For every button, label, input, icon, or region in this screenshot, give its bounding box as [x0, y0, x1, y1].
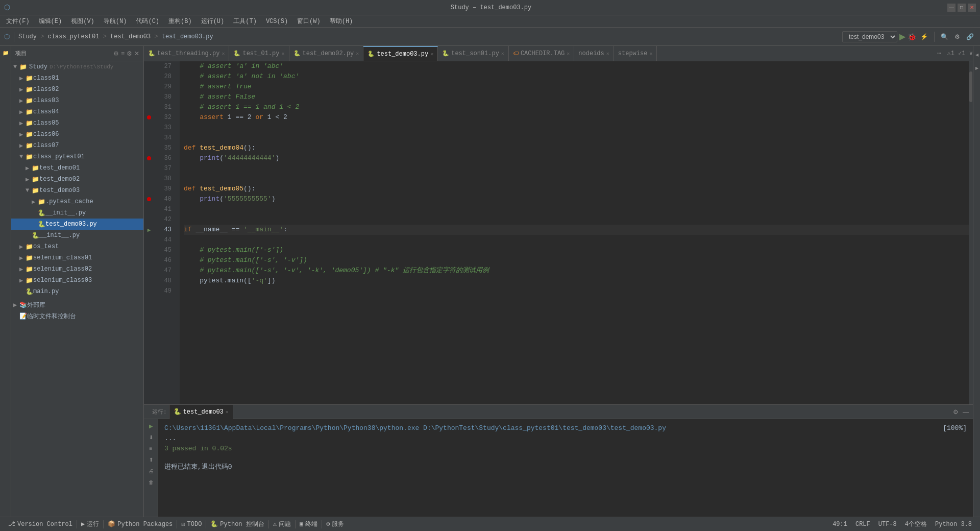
- close-button[interactable]: ✕: [968, 4, 976, 12]
- terminal-print-btn[interactable]: 🖨: [146, 466, 156, 475]
- strip-project-btn[interactable]: 📁: [1, 48, 10, 57]
- terminal-tab-active[interactable]: 🐍 test_demo03 ✕: [169, 405, 233, 419]
- bc-class[interactable]: class_pytest01: [48, 33, 100, 40]
- status-terminal[interactable]: ▣ 终端: [296, 517, 322, 532]
- tree-item-test-demo03[interactable]: ▼ 📁 test_demo03: [11, 185, 143, 196]
- status-line-sep[interactable]: CRLF: [851, 517, 874, 532]
- tabs-more-btn[interactable]: ⋯: [933, 50, 945, 57]
- tree-item-test-demo03-py[interactable]: ▶ 🐍 test_demo03.py: [11, 219, 143, 230]
- status-indent[interactable]: 4个空格: [901, 517, 931, 532]
- tab-close-btn[interactable]: ✕: [606, 51, 609, 57]
- bc-file[interactable]: test_demo03.py: [162, 33, 213, 40]
- tree-item-os-test[interactable]: ▶ 📁 os_test: [11, 241, 143, 252]
- status-position[interactable]: 49:1: [828, 517, 851, 532]
- breakpoint[interactable]: [147, 156, 151, 160]
- status-python-packages[interactable]: 📦 Python Packages: [104, 517, 177, 532]
- tab-close-btn[interactable]: ✕: [567, 51, 570, 57]
- breakpoint[interactable]: [147, 115, 151, 119]
- tab-close-btn[interactable]: ✕: [649, 51, 652, 57]
- menu-edit[interactable]: 编辑(E): [35, 16, 66, 27]
- menu-refactor[interactable]: 重构(B): [164, 16, 196, 27]
- menu-help[interactable]: 帮助(H): [326, 16, 357, 27]
- terminal-trash-btn[interactable]: 🗑: [146, 477, 156, 487]
- tree-item-class-pytest01[interactable]: ▼ 📁 class_pytest01: [11, 151, 143, 162]
- terminal-main[interactable]: C:\Users\11361\AppData\Local\Programs\Py…: [158, 419, 973, 517]
- tab-close-btn[interactable]: ✕: [430, 51, 433, 57]
- terminal-run-btn[interactable]: ▶: [146, 421, 156, 430]
- status-vcs[interactable]: ⎇ Version Control: [4, 517, 77, 532]
- tree-root[interactable]: ▼ 📁 Study D:\PythonTest\Study: [11, 61, 143, 73]
- run-config-select[interactable]: test_demo03: [842, 31, 897, 42]
- tree-item-test-demo01[interactable]: ▶ 📁 test_demo01: [11, 162, 143, 174]
- bc-demo03[interactable]: test_demo03: [110, 33, 151, 40]
- status-todo[interactable]: ☑ TODO: [177, 517, 206, 532]
- settings-button[interactable]: ⚙: [952, 32, 962, 41]
- tree-item-class06[interactable]: ▶ 📁 class06: [11, 129, 143, 140]
- coverage-button[interactable]: ⚡: [918, 32, 930, 41]
- tab-cachedir[interactable]: 🏷 CACHEDIR.TAG ✕: [509, 46, 574, 61]
- tab-test-demo02[interactable]: 🐍 test_demo02.py ✕: [289, 46, 364, 61]
- terminal-settings-btn[interactable]: ⚙: [953, 408, 959, 416]
- terminal-collapse-btn[interactable]: —: [963, 408, 969, 416]
- tab-test-01[interactable]: 🐍 test_01.py ✕: [229, 46, 289, 61]
- sidebar-close-btn[interactable]: ✕: [134, 50, 139, 57]
- status-encoding[interactable]: UTF-8: [874, 517, 901, 532]
- editor-scrollbar[interactable]: [969, 61, 973, 404]
- breakpoint[interactable]: [147, 197, 151, 201]
- bc-study[interactable]: Study: [18, 33, 37, 40]
- tab-close-btn[interactable]: ✕: [501, 51, 504, 57]
- scrollbar-thumb[interactable]: [969, 71, 972, 102]
- tree-item-test-demo02[interactable]: ▶ 📁 test_demo02: [11, 174, 143, 185]
- status-issues[interactable]: ⚠ 问题: [269, 517, 295, 532]
- menu-code[interactable]: 代码(C): [132, 16, 163, 27]
- tab-test-demo03[interactable]: 🐍 test_demo03.py ✕: [363, 46, 438, 61]
- tree-item-main-py[interactable]: ▶ 🐍 main.py: [11, 286, 143, 297]
- code-editor[interactable]: # assert 'a' in 'abc' # assert 'a' not i…: [180, 61, 969, 404]
- menu-tools[interactable]: 工具(T): [229, 16, 261, 27]
- run-button[interactable]: ▶: [899, 32, 905, 41]
- tree-item-external[interactable]: ▶ 📚 外部库: [11, 299, 143, 310]
- tree-item-selenium-class03[interactable]: ▶ 📁 selenium_class03: [11, 275, 143, 286]
- sidebar-settings-btn[interactable]: ⚙: [113, 50, 119, 57]
- maximize-button[interactable]: □: [958, 4, 966, 12]
- sidebar-collapse-btn[interactable]: ≡: [121, 50, 125, 57]
- right-strip-btn1[interactable]: ◀: [972, 50, 981, 59]
- menu-file[interactable]: 文件(F): [2, 16, 34, 27]
- share-button[interactable]: 🔗: [964, 32, 976, 41]
- tree-item-pytest-cache[interactable]: ▶ 📁 .pytest_cache: [11, 196, 143, 207]
- tab-stepwise[interactable]: stepwise ✕: [614, 46, 657, 61]
- tab-test-threading[interactable]: 🐍 test_threading.py ✕: [144, 46, 229, 61]
- tree-item-class02[interactable]: ▶ 📁 class02: [11, 84, 143, 95]
- tab-close-btn[interactable]: ✕: [281, 51, 284, 57]
- debug-button[interactable]: 🐞: [908, 33, 916, 41]
- tab-nodeids[interactable]: nodeids ✕: [574, 46, 614, 61]
- status-services[interactable]: ⚙ 服务: [322, 517, 348, 532]
- menu-nav[interactable]: 导航(N): [100, 16, 131, 27]
- tree-item-init-py2[interactable]: ▶ 🐍 __init__.py: [11, 230, 143, 241]
- tree-item-class05[interactable]: ▶ 📁 class05: [11, 117, 143, 129]
- tree-item-selenium-class02[interactable]: ▶ 📁 selenium_class02: [11, 263, 143, 275]
- terminal-scroll-up-btn[interactable]: ⬆: [146, 455, 156, 464]
- sidebar-gear-btn[interactable]: ⚙: [127, 50, 132, 57]
- titlebar-controls[interactable]: — □ ✕: [947, 4, 976, 12]
- terminal-tab-close[interactable]: ✕: [226, 409, 229, 415]
- right-strip-btn2[interactable]: ▶: [972, 63, 981, 73]
- tree-item-init-py[interactable]: ▶ 🐍 __init__.py: [11, 207, 143, 219]
- tab-close-btn[interactable]: ✕: [356, 51, 359, 57]
- tree-item-class01[interactable]: ▶ 📁 class01: [11, 73, 143, 84]
- status-python-console[interactable]: 🐍 Python 控制台: [206, 517, 268, 532]
- tree-item-selenium-class01[interactable]: ▶ 📁 selenium_class01: [11, 252, 143, 263]
- menu-vcs[interactable]: VCS(S): [262, 17, 292, 26]
- menu-window[interactable]: 窗口(W): [293, 16, 325, 27]
- menu-view[interactable]: 视图(V): [67, 16, 99, 27]
- tab-test-son01[interactable]: 🐍 test_son01.py ✕: [438, 46, 509, 61]
- status-run[interactable]: ▶ 运行: [77, 517, 103, 532]
- tree-item-scratches[interactable]: ▶ 📝 临时文件和控制台: [11, 310, 143, 322]
- tree-item-class03[interactable]: ▶ 📁 class03: [11, 95, 143, 106]
- tree-item-class07[interactable]: ▶ 📁 class07: [11, 140, 143, 151]
- tab-close-btn[interactable]: ✕: [222, 51, 225, 57]
- menu-run[interactable]: 运行(U): [197, 16, 229, 27]
- terminal-list-btn[interactable]: ≡: [146, 444, 156, 453]
- terminal-scroll-down-btn[interactable]: ⬇: [146, 432, 156, 442]
- minimize-button[interactable]: —: [947, 4, 955, 12]
